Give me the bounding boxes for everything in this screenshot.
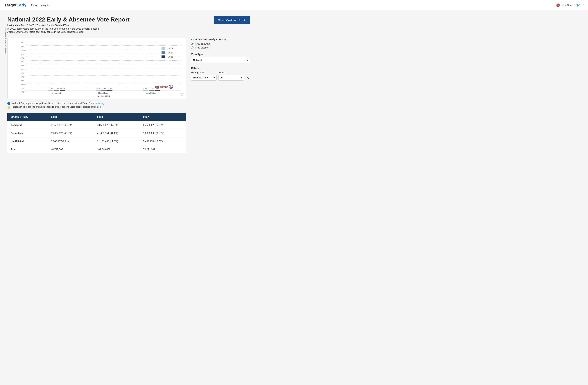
radio-final-election[interactable]: Final election: [191, 46, 250, 49]
x-label-unaffiliated: Unaffiliated: [146, 92, 156, 94]
legend-2018: - 2018: [162, 47, 173, 50]
main-content: National 2022 Early & Absentee Vote Repo…: [0, 10, 257, 159]
bar-una-2018-label: 8.6%: [143, 88, 147, 89]
cell-una-2018: 3,846,137 (8.6%): [48, 137, 94, 145]
cell-dem-party: Democrat: [7, 121, 48, 129]
cell-dem-2020: 48,563,022 (47.9%): [94, 121, 140, 129]
x-labels: Democrat Republican Unaffiliated: [26, 92, 182, 94]
radio-final-early[interactable]: Final early/mail: [191, 42, 250, 45]
y-axis-container: National: % share of ballots cast 0% — 5…: [11, 42, 26, 97]
cell-rep-2018: 19,307,029 (43.2%): [48, 129, 94, 137]
y-label-13: 65% —: [11, 42, 26, 44]
bar-rep-2022-label: 38.5%: [107, 88, 112, 89]
demographic-select[interactable]: Modeled Party Age Gender Race: [191, 75, 217, 81]
chart-expand-button[interactable]: ⤢: [180, 93, 184, 97]
radio-final-election-input[interactable]: [191, 46, 193, 49]
table-row: Democrat 21,563,916 (48.2%) 48,563,022 (…: [7, 121, 186, 129]
filters-section: Filters: Demographic: Modeled Party Age …: [191, 67, 250, 81]
y-label-3: 15% —: [11, 80, 26, 81]
bar-rep-2018: 43.2%: [96, 90, 101, 91]
page-header: National 2022 Early & Absentee Vote Repo…: [7, 16, 250, 34]
cell-dem-2018: 21,563,916 (48.2%): [48, 121, 94, 129]
facebook-icon[interactable]: f: [583, 3, 584, 7]
navbar: TargetEarly About Insights TargetSmart 🐦…: [0, 0, 588, 10]
radio-final-early-input[interactable]: [191, 43, 193, 45]
filters-label: Filters:: [191, 67, 250, 70]
modeling-link[interactable]: modeling: [95, 102, 104, 104]
legend-2022-box: [162, 56, 165, 58]
cell-total-2022: 50,271,301: [140, 145, 186, 153]
view-type-select[interactable]: National State: [191, 57, 250, 63]
legend-2020-box: [162, 51, 165, 54]
legend-2022: - 2022: [162, 56, 173, 58]
cell-total-2020: 101,348,432: [94, 145, 140, 153]
cell-una-party: Unaffiliated: [7, 137, 48, 145]
chart-box: National: % share of ballots cast 0% — 5…: [7, 38, 186, 99]
bar-una-2022: 10.7%: [154, 90, 160, 91]
cell-dem-2022: 25,535,225 (50.8%): [140, 121, 186, 129]
th-2022: 2022: [140, 113, 186, 121]
watermark-text: targetsmart: [155, 85, 168, 88]
share-custom-url-button[interactable]: Share Custom URL ➤: [214, 16, 250, 24]
targetsmart-icon: [556, 3, 560, 7]
chart-notes: i Modeled Party represents a partisanshi…: [7, 102, 186, 109]
table-header-row: Modeled Party 2018 2020 2022: [7, 113, 186, 121]
bar-dem-2018: 48.2%: [48, 90, 53, 91]
y-label-4: 20% —: [11, 76, 26, 78]
bars-container: 48.2% 47.9% 50.8%: [26, 42, 182, 91]
brand-logo[interactable]: TargetEarly: [4, 3, 26, 7]
th-party: Modeled Party: [7, 113, 48, 121]
y-axis-title: National: % share of ballots cast: [5, 26, 7, 56]
y-label-10: 50% —: [11, 53, 26, 55]
twitter-icon[interactable]: 🐦: [576, 3, 580, 7]
bar-dem-2022-label: 50.8%: [61, 88, 65, 89]
demographic-col: Demographic: Modeled Party Age Gender Ra…: [191, 71, 217, 81]
y-label-12: 60% —: [11, 46, 26, 48]
y-labels: 0% — 5% — 10% — 15% — 20% — 25% — 30% — …: [11, 42, 26, 93]
last-update: Last update: Feb 22, 2023, 9:59:16 AM Ce…: [7, 24, 129, 27]
bar-dem-2022: 50.8%: [60, 90, 65, 91]
note-modeling-text: Modeled Party represents a partisanship …: [11, 102, 105, 104]
info-icon: i: [7, 102, 10, 105]
chart-section: National: % share of ballots cast 0% — 5…: [7, 38, 186, 153]
brand-suffix: Early: [17, 3, 26, 7]
bar-una-2020: 11.0%: [149, 90, 154, 91]
bar-rep-2018-label: 43.2%: [96, 88, 101, 89]
bar-rep-2020-fill: [102, 90, 106, 91]
last-update-label: Last update:: [7, 24, 21, 27]
chart-watermark: targetsmart: [155, 85, 173, 89]
legend-2018-label: - 2018: [167, 47, 173, 50]
filters-close-button[interactable]: ✕: [246, 76, 250, 80]
filters-row: Demographic: Modeled Party Age Gender Ra…: [191, 71, 250, 81]
radio-final-election-label: Final election: [195, 46, 209, 49]
bar-una-2020-label: 11.0%: [149, 88, 154, 89]
targetsmart-logo: TargetSmart: [556, 3, 573, 7]
x-label-republican: Republican: [98, 92, 108, 94]
bar-dem-2020: 47.9%: [54, 90, 59, 91]
data-table: Modeled Party 2018 2020 2022 Democrat 21…: [7, 113, 186, 153]
subtitle2: At least 50,271,301 voters cast early ba…: [7, 30, 129, 33]
content-layout: National: % share of ballots cast 0% — 5…: [7, 38, 250, 153]
value-label: Value:: [218, 71, 244, 74]
cell-rep-2022: 19,333,298 (38.5%): [140, 129, 186, 137]
bar-rep-2022: 38.5%: [107, 90, 112, 91]
cell-rep-2020: 41,663,951 (41.1%): [94, 129, 140, 137]
table-row: Total 44,717,082 101,348,432 50,271,301: [7, 145, 186, 153]
bar-rep-2018-fill: [96, 90, 101, 91]
nav-links: About Insights: [31, 4, 49, 7]
nav-about[interactable]: About: [31, 4, 38, 7]
cell-total-2018: 44,717,082: [48, 145, 94, 153]
demographic-select-wrap: Modeled Party Age Gender Race: [191, 75, 217, 81]
bar-una-2018: 8.6%: [143, 90, 148, 91]
legend-2020-label: - 2020: [167, 51, 173, 54]
value-col: Value: All Democrat Republican Unaffilia…: [218, 71, 244, 81]
nav-insights[interactable]: Insights: [41, 4, 49, 7]
bar-dem-2022-fill: [60, 90, 65, 91]
bar-una-2020-fill: [149, 90, 154, 91]
value-select[interactable]: All Democrat Republican Unaffiliated: [218, 75, 244, 81]
last-update-value: Feb 22, 2023, 9:59:16 AM Central Standar…: [21, 24, 69, 27]
table-row: Republican 19,307,029 (43.2%) 41,663,951…: [7, 129, 186, 137]
share-arrow-icon: ➤: [243, 18, 246, 22]
group-democrat: 48.2% 47.9% 50.8%: [48, 90, 65, 91]
value-select-wrap: All Democrat Republican Unaffiliated: [218, 75, 244, 81]
